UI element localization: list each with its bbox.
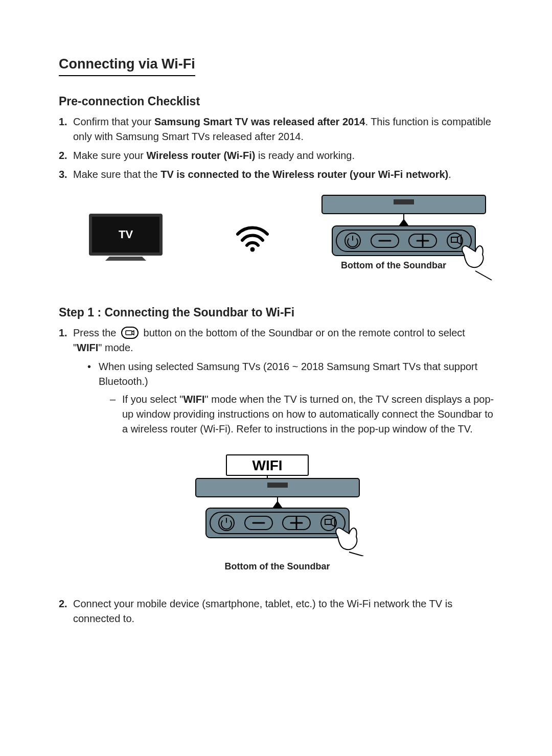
item-number: 2. — [59, 597, 73, 611]
section-heading: Connecting via Wi-Fi — [59, 56, 195, 76]
checklist-item: 3. Make sure that the TV is connected to… — [59, 167, 496, 182]
item-number: 2. — [59, 148, 73, 163]
text-bold: Wireless router (Wi-Fi) — [146, 150, 255, 161]
wifi-icon — [235, 220, 270, 256]
sub-dash-list: If you select "WIFI" mode when the TV is… — [110, 392, 496, 437]
item-number: 3. — [59, 167, 73, 182]
step-item: 2. Connect your mobile device (smartphon… — [59, 597, 496, 626]
step-item: 1. Press the button on the bottom of the… — [59, 326, 496, 442]
svg-line-33 — [349, 552, 363, 556]
text-bold: TV is connected to the Wireless router (… — [160, 169, 448, 180]
tv-icon: TV — [85, 210, 167, 266]
svg-rect-17 — [126, 331, 132, 335]
text: Connect your mobile device (smartphone, … — [73, 597, 496, 626]
text-bold: WIFI — [77, 342, 98, 353]
svg-point-2 — [250, 247, 255, 252]
sub-bullet-item: When using selected Samsung TVs (2016 ~ … — [87, 359, 496, 437]
figure-soundbar-wifi: WIFI Bottom of the Soundbar — [59, 454, 496, 572]
source-button-icon — [121, 327, 139, 339]
text: Press the — [73, 327, 119, 338]
text: Confirm that your — [73, 116, 154, 127]
svg-rect-20 — [267, 483, 288, 488]
soundbar-wifi-icon: WIFI — [191, 454, 364, 556]
text-bold: Samsung Smart TV was released after 2014 — [154, 116, 365, 127]
svg-rect-4 — [394, 199, 414, 204]
item-number: 1. — [59, 114, 73, 129]
text: Make sure that the — [73, 169, 160, 180]
checklist-item: 2. Make sure your Wireless router (Wi-Fi… — [59, 148, 496, 163]
text: is ready and working. — [255, 150, 355, 161]
figure-caption: Bottom of the Soundbar — [59, 561, 496, 572]
sub-bullet-list: When using selected Samsung TVs (2016 ~ … — [87, 359, 496, 437]
text-bold: WIFI — [183, 394, 204, 405]
sub-dash-item: If you select "WIFI" mode when the TV is… — [110, 392, 496, 437]
step1-list: 1. Press the button on the bottom of the… — [59, 326, 496, 442]
checklist-title: Pre-connection Checklist — [59, 95, 496, 108]
checklist-item: 1. Confirm that your Samsung Smart TV wa… — [59, 114, 496, 144]
text: If you select " — [122, 394, 183, 405]
text: When using selected Samsung TVs (2016 ~ … — [99, 361, 477, 387]
svg-line-16 — [475, 271, 492, 280]
checklist: 1. Confirm that your Samsung Smart TV wa… — [59, 114, 496, 182]
step1-list-cont: 2. Connect your mobile device (smartphon… — [59, 597, 496, 626]
tv-label: TV — [119, 228, 133, 241]
text: " mode. — [98, 342, 133, 353]
step1-title: Step 1 : Connecting the Soundbar to Wi-F… — [59, 306, 496, 319]
soundbar-display: WIFI — [252, 457, 282, 473]
text: Make sure your — [73, 150, 146, 161]
item-number: 1. — [59, 326, 73, 340]
text: . — [448, 169, 451, 180]
figure-caption: Bottom of the Soundbar — [312, 260, 475, 271]
figure-tv-soundbar: TV — [59, 194, 496, 281]
